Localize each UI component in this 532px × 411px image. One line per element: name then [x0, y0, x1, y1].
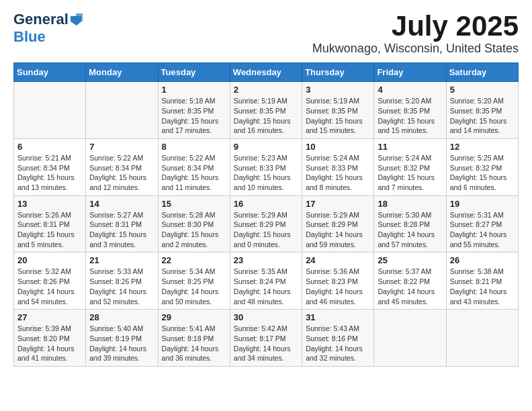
day-info: Sunrise: 5:20 AM Sunset: 8:35 PM Dayligh…: [450, 96, 515, 136]
day-number: 9: [234, 142, 298, 152]
day-info: Sunrise: 5:24 AM Sunset: 8:33 PM Dayligh…: [306, 153, 370, 193]
logo-text-blue: Blue: [13, 28, 46, 45]
page-title: July 2025: [312, 11, 519, 42]
day-number: 31: [306, 312, 370, 322]
day-number: 27: [17, 312, 82, 322]
title-block: July 2025 Mukwonago, Wisconsin, United S…: [312, 11, 519, 56]
calendar-cell: 25Sunrise: 5:37 AM Sunset: 8:22 PM Dayli…: [374, 253, 446, 310]
day-info: Sunrise: 5:34 AM Sunset: 8:25 PM Dayligh…: [162, 267, 226, 306]
day-number: 19: [450, 199, 515, 209]
page-header: General Blue July 2025 Mukwonago, Wiscon…: [13, 11, 519, 56]
calendar-cell: 11Sunrise: 5:24 AM Sunset: 8:32 PM Dayli…: [374, 138, 446, 195]
day-number: 5: [450, 85, 515, 95]
calendar-cell: [374, 310, 446, 367]
day-info: Sunrise: 5:29 AM Sunset: 8:29 PM Dayligh…: [306, 210, 370, 250]
day-info: Sunrise: 5:19 AM Sunset: 8:35 PM Dayligh…: [234, 96, 298, 136]
day-header-wednesday: Wednesday: [230, 63, 302, 82]
day-number: 1: [162, 85, 226, 95]
calendar-cell: 24Sunrise: 5:36 AM Sunset: 8:23 PM Dayli…: [302, 253, 374, 310]
day-info: Sunrise: 5:22 AM Sunset: 8:34 PM Dayligh…: [162, 153, 226, 193]
calendar-week-row: 6Sunrise: 5:21 AM Sunset: 8:34 PM Daylig…: [14, 138, 519, 195]
day-number: 26: [450, 255, 515, 265]
calendar-cell: 28Sunrise: 5:40 AM Sunset: 8:19 PM Dayli…: [86, 310, 158, 367]
day-number: 22: [162, 255, 226, 265]
day-info: Sunrise: 5:25 AM Sunset: 8:32 PM Dayligh…: [450, 153, 515, 193]
day-number: 11: [378, 142, 442, 152]
day-number: 13: [17, 199, 82, 209]
day-number: 8: [162, 142, 226, 152]
calendar-cell: 18Sunrise: 5:30 AM Sunset: 8:28 PM Dayli…: [374, 195, 446, 253]
day-number: 30: [234, 312, 298, 322]
calendar-cell: 4Sunrise: 5:20 AM Sunset: 8:35 PM Daylig…: [374, 82, 446, 139]
day-number: 14: [89, 199, 154, 209]
day-header-saturday: Saturday: [446, 63, 518, 82]
day-header-thursday: Thursday: [302, 63, 374, 82]
calendar-cell: 5Sunrise: 5:20 AM Sunset: 8:35 PM Daylig…: [446, 82, 518, 139]
day-info: Sunrise: 5:31 AM Sunset: 8:27 PM Dayligh…: [450, 210, 515, 250]
calendar-cell: 31Sunrise: 5:43 AM Sunset: 8:16 PM Dayli…: [302, 310, 374, 367]
calendar-week-row: 20Sunrise: 5:32 AM Sunset: 8:26 PM Dayli…: [14, 253, 519, 310]
day-header-friday: Friday: [374, 63, 446, 82]
calendar-cell: 20Sunrise: 5:32 AM Sunset: 8:26 PM Dayli…: [14, 253, 86, 310]
calendar-cell: 2Sunrise: 5:19 AM Sunset: 8:35 PM Daylig…: [230, 82, 302, 139]
day-info: Sunrise: 5:43 AM Sunset: 8:16 PM Dayligh…: [306, 324, 370, 363]
calendar-cell: 30Sunrise: 5:42 AM Sunset: 8:17 PM Dayli…: [230, 310, 302, 367]
day-info: Sunrise: 5:40 AM Sunset: 8:19 PM Dayligh…: [89, 324, 154, 363]
logo-arrow-icon: [69, 12, 84, 27]
calendar-cell: [446, 310, 518, 367]
day-info: Sunrise: 5:24 AM Sunset: 8:32 PM Dayligh…: [378, 153, 442, 193]
calendar-cell: 12Sunrise: 5:25 AM Sunset: 8:32 PM Dayli…: [446, 138, 518, 195]
calendar-cell: 8Sunrise: 5:22 AM Sunset: 8:34 PM Daylig…: [158, 138, 230, 195]
day-info: Sunrise: 5:19 AM Sunset: 8:35 PM Dayligh…: [306, 96, 370, 136]
day-number: 28: [89, 312, 154, 322]
day-info: Sunrise: 5:27 AM Sunset: 8:31 PM Dayligh…: [89, 210, 154, 250]
day-info: Sunrise: 5:35 AM Sunset: 8:24 PM Dayligh…: [234, 267, 298, 306]
day-info: Sunrise: 5:32 AM Sunset: 8:26 PM Dayligh…: [17, 267, 82, 306]
day-number: 7: [89, 142, 154, 152]
day-info: Sunrise: 5:29 AM Sunset: 8:29 PM Dayligh…: [234, 210, 298, 250]
day-number: 6: [17, 142, 82, 152]
day-info: Sunrise: 5:36 AM Sunset: 8:23 PM Dayligh…: [306, 267, 370, 306]
day-info: Sunrise: 5:39 AM Sunset: 8:20 PM Dayligh…: [17, 324, 82, 363]
calendar-cell: 21Sunrise: 5:33 AM Sunset: 8:26 PM Dayli…: [86, 253, 158, 310]
calendar-cell: 23Sunrise: 5:35 AM Sunset: 8:24 PM Dayli…: [230, 253, 302, 310]
day-info: Sunrise: 5:30 AM Sunset: 8:28 PM Dayligh…: [378, 210, 442, 250]
day-number: 17: [306, 199, 370, 209]
day-header-tuesday: Tuesday: [158, 63, 230, 82]
day-info: Sunrise: 5:41 AM Sunset: 8:18 PM Dayligh…: [162, 324, 226, 363]
day-info: Sunrise: 5:33 AM Sunset: 8:26 PM Dayligh…: [89, 267, 154, 306]
calendar-cell: 14Sunrise: 5:27 AM Sunset: 8:31 PM Dayli…: [86, 195, 158, 253]
day-number: 4: [378, 85, 442, 95]
day-info: Sunrise: 5:18 AM Sunset: 8:35 PM Dayligh…: [162, 96, 226, 136]
calendar-cell: 16Sunrise: 5:29 AM Sunset: 8:29 PM Dayli…: [230, 195, 302, 253]
day-number: 12: [450, 142, 515, 152]
calendar-cell: 22Sunrise: 5:34 AM Sunset: 8:25 PM Dayli…: [158, 253, 230, 310]
day-number: 16: [234, 199, 298, 209]
calendar-cell: 13Sunrise: 5:26 AM Sunset: 8:31 PM Dayli…: [14, 195, 86, 253]
calendar-cell: 9Sunrise: 5:23 AM Sunset: 8:33 PM Daylig…: [230, 138, 302, 195]
day-info: Sunrise: 5:26 AM Sunset: 8:31 PM Dayligh…: [17, 210, 82, 250]
day-info: Sunrise: 5:37 AM Sunset: 8:22 PM Dayligh…: [378, 267, 442, 306]
calendar-week-row: 1Sunrise: 5:18 AM Sunset: 8:35 PM Daylig…: [14, 82, 519, 139]
day-header-sunday: Sunday: [14, 63, 86, 82]
day-info: Sunrise: 5:38 AM Sunset: 8:21 PM Dayligh…: [450, 267, 515, 306]
calendar-cell: 29Sunrise: 5:41 AM Sunset: 8:18 PM Dayli…: [158, 310, 230, 367]
calendar-cell: 27Sunrise: 5:39 AM Sunset: 8:20 PM Dayli…: [14, 310, 86, 367]
calendar-header-row: SundayMondayTuesdayWednesdayThursdayFrid…: [14, 63, 519, 82]
calendar-cell: 3Sunrise: 5:19 AM Sunset: 8:35 PM Daylig…: [302, 82, 374, 139]
day-number: 15: [162, 199, 226, 209]
logo-text-general: General: [13, 11, 69, 28]
day-info: Sunrise: 5:28 AM Sunset: 8:30 PM Dayligh…: [162, 210, 226, 250]
calendar-cell: [14, 82, 86, 139]
calendar-cell: 19Sunrise: 5:31 AM Sunset: 8:27 PM Dayli…: [446, 195, 518, 253]
day-number: 20: [17, 255, 82, 265]
calendar-cell: 26Sunrise: 5:38 AM Sunset: 8:21 PM Dayli…: [446, 253, 518, 310]
day-number: 29: [162, 312, 226, 322]
calendar-cell: 17Sunrise: 5:29 AM Sunset: 8:29 PM Dayli…: [302, 195, 374, 253]
day-number: 21: [89, 255, 154, 265]
calendar-week-row: 27Sunrise: 5:39 AM Sunset: 8:20 PM Dayli…: [14, 310, 519, 367]
day-number: 10: [306, 142, 370, 152]
calendar-table: SundayMondayTuesdayWednesdayThursdayFrid…: [13, 62, 519, 367]
day-number: 2: [234, 85, 298, 95]
day-info: Sunrise: 5:21 AM Sunset: 8:34 PM Dayligh…: [17, 153, 82, 193]
